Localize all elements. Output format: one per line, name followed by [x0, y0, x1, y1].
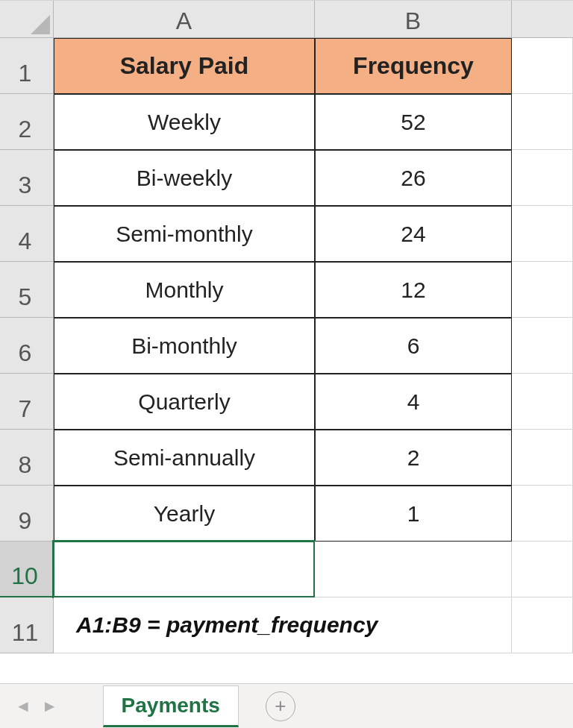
- select-all-triangle-icon: [31, 15, 50, 34]
- row-header-9[interactable]: 9: [0, 486, 54, 542]
- cell-B7[interactable]: 4: [315, 374, 512, 430]
- cell-B8[interactable]: 2: [315, 430, 512, 486]
- select-all-corner[interactable]: [0, 1, 54, 38]
- cell-A7[interactable]: Quarterly: [54, 374, 315, 430]
- row-header-1[interactable]: 1: [0, 38, 54, 94]
- row-header-8[interactable]: 8: [0, 430, 54, 486]
- cell-overflow-11[interactable]: [512, 597, 573, 653]
- cell-A5[interactable]: Monthly: [54, 262, 315, 318]
- cell-overflow-7[interactable]: [512, 374, 573, 430]
- cell-overflow-3[interactable]: [512, 150, 573, 206]
- cell-overflow-4[interactable]: [512, 206, 573, 262]
- cell-B5[interactable]: 12: [315, 262, 512, 318]
- cell-B9[interactable]: 1: [315, 486, 512, 542]
- cell-A9[interactable]: Yearly: [54, 486, 315, 542]
- row-header-7[interactable]: 7: [0, 374, 54, 430]
- cell-A8[interactable]: Semi-annually: [54, 430, 315, 486]
- cell-A11[interactable]: A1:B9 = payment_frequency: [54, 597, 512, 653]
- sheet-tab-bar: ◄ ► Payments +: [0, 683, 573, 728]
- sheet-tab-payments[interactable]: Payments: [103, 685, 239, 727]
- svg-marker-0: [31, 15, 50, 34]
- cell-A3[interactable]: Bi-weekly: [54, 150, 315, 206]
- plus-icon: +: [275, 694, 286, 718]
- tab-nav-next-icon[interactable]: ►: [42, 697, 58, 716]
- cell-overflow-6[interactable]: [512, 318, 573, 374]
- tab-nav-prev-icon[interactable]: ◄: [15, 697, 31, 716]
- row-header-3[interactable]: 3: [0, 150, 54, 206]
- tab-nav-arrows: ◄ ►: [15, 697, 58, 716]
- cell-overflow-2[interactable]: [512, 94, 573, 150]
- cell-B10[interactable]: [315, 542, 512, 597]
- cell-overflow-8[interactable]: [512, 430, 573, 486]
- row-header-6[interactable]: 6: [0, 318, 54, 374]
- cell-overflow-10[interactable]: [512, 542, 573, 597]
- cell-A10[interactable]: [54, 542, 315, 597]
- new-sheet-button[interactable]: +: [266, 691, 295, 721]
- active-cell-indicator: [52, 540, 316, 598]
- column-header-overflow: [512, 1, 573, 38]
- row-header-5[interactable]: 5: [0, 262, 54, 318]
- cell-B3[interactable]: 26: [315, 150, 512, 206]
- grid-area: A B 1 Salary Paid Frequency 2 Weekly 52 …: [0, 0, 573, 653]
- cell-overflow-9[interactable]: [512, 486, 573, 542]
- cell-B4[interactable]: 24: [315, 206, 512, 262]
- cell-B6[interactable]: 6: [315, 318, 512, 374]
- cell-A6[interactable]: Bi-monthly: [54, 318, 315, 374]
- row-header-11[interactable]: 11: [0, 597, 54, 653]
- row-header-4[interactable]: 4: [0, 206, 54, 262]
- column-header-B[interactable]: B: [315, 1, 512, 38]
- row-header-10[interactable]: 10: [0, 542, 54, 597]
- column-header-A[interactable]: A: [54, 1, 315, 38]
- row-header-2[interactable]: 2: [0, 94, 54, 150]
- cell-overflow-5[interactable]: [512, 262, 573, 318]
- cell-overflow-1[interactable]: [512, 38, 573, 94]
- cell-A2[interactable]: Weekly: [54, 94, 315, 150]
- cell-A4[interactable]: Semi-monthly: [54, 206, 315, 262]
- cell-B2[interactable]: 52: [315, 94, 512, 150]
- cell-A1[interactable]: Salary Paid: [54, 38, 315, 94]
- cell-B1[interactable]: Frequency: [315, 38, 512, 94]
